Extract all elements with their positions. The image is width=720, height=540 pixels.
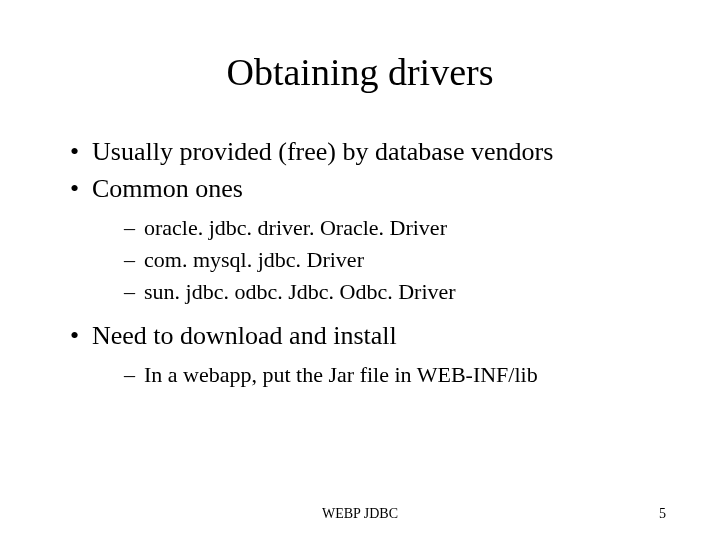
bullet-text: Need to download and install	[92, 321, 397, 350]
list-item: Need to download and install In a webapp…	[70, 318, 670, 391]
sub-item: In a webapp, put the Jar file in WEB-INF…	[124, 359, 670, 391]
sub-item: com. mysql. jdbc. Driver	[124, 244, 670, 276]
list-item: Usually provided (free) by database vend…	[70, 134, 670, 169]
bullet-text: Usually provided (free) by database vend…	[92, 137, 553, 166]
page-number: 5	[659, 506, 666, 522]
sub-list: In a webapp, put the Jar file in WEB-INF…	[92, 359, 670, 391]
list-item: Common ones oracle. jdbc. driver. Oracle…	[70, 171, 670, 308]
bullet-list: Usually provided (free) by database vend…	[50, 134, 670, 391]
sub-item: sun. jdbc. odbc. Jdbc. Odbc. Driver	[124, 276, 670, 308]
sub-item: oracle. jdbc. driver. Oracle. Driver	[124, 212, 670, 244]
bullet-text: Common ones	[92, 174, 243, 203]
slide-title: Obtaining drivers	[50, 50, 670, 94]
footer-center-text: WEBP JDBC	[322, 506, 398, 522]
sub-list: oracle. jdbc. driver. Oracle. Driver com…	[92, 212, 670, 308]
